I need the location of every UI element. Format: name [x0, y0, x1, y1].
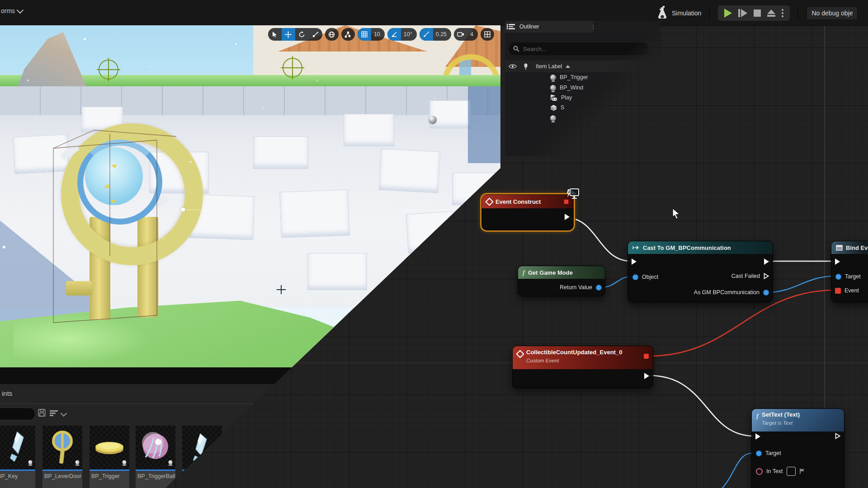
target-point-gizmo[interactable]	[99, 60, 118, 80]
asset-tile-bp-triggerball[interactable]: BP_TriggerBall	[136, 426, 175, 488]
asset-thumbnail	[136, 426, 175, 469]
asset-tile-bp-leverdoor[interactable]: BP_LeverDoor	[42, 426, 82, 488]
asset-label: BP_Trigger	[90, 471, 129, 488]
outliner-row-player-start[interactable]: Play	[550, 93, 572, 103]
tab-bar-filler	[594, 21, 661, 33]
outliner-row-bp-trigger[interactable]: BP_Trigger	[550, 72, 588, 82]
target-point-gizmo[interactable]	[283, 58, 302, 78]
node-cast-header: Cast To GM_BPCommunication	[628, 241, 773, 254]
stop-button[interactable]	[754, 9, 761, 17]
world-coordinate-button[interactable]	[325, 28, 339, 41]
event-pin[interactable]: Event	[835, 287, 859, 294]
play-options-kebab-icon[interactable]	[782, 9, 783, 17]
exec-out-pin[interactable]	[835, 433, 840, 439]
event-icon	[516, 350, 524, 358]
menu-platforms[interactable]: orms	[0, 5, 23, 16]
node-event-construct[interactable]: Event Construct	[481, 194, 574, 230]
viewport-crosshair	[277, 289, 286, 290]
eject-button[interactable]	[767, 9, 775, 17]
asset-tile-bp-key[interactable]: BP_Key	[0, 426, 35, 488]
select-tool-button[interactable]	[268, 28, 282, 41]
node-settext-text[interactable]: f SetText (Text) Target is Text Target I…	[751, 408, 844, 488]
grid-snap-value[interactable]: 10	[371, 31, 385, 38]
save-icon[interactable]	[38, 409, 46, 417]
pin-icon[interactable]	[523, 63, 528, 70]
node-cast-to-gm-bpcommunication[interactable]: Cast To GM_BPCommunication Object Cast F…	[627, 241, 773, 302]
row-label: BP_Wind	[560, 84, 583, 91]
asset-thumbnail	[90, 426, 129, 469]
as-gm-pin[interactable]: As GM BPCommunication	[694, 289, 769, 296]
node-title: Cast To GM_BPCommunication	[643, 244, 731, 251]
play-button[interactable]	[724, 9, 732, 18]
function-icon: f	[523, 269, 525, 276]
wall-shadow	[468, 86, 500, 163]
debug-object-label: No debug obje	[811, 9, 853, 17]
widget-window-icon	[836, 245, 843, 251]
panel-gap	[0, 21, 500, 25]
tab-outliner[interactable]: Outliner ✕	[505, 21, 601, 33]
chevron-down-icon[interactable]	[61, 410, 67, 417]
in-text-input[interactable]	[787, 467, 796, 476]
measure-handle[interactable]	[181, 208, 185, 211]
exec-in-pin[interactable]	[835, 258, 840, 265]
node-collectible-count-updated-event[interactable]: CollectibleCountUpdated_Event_0 Custom E…	[512, 346, 653, 388]
node-settext-header: f SetText (Text) Target is Text	[752, 409, 844, 432]
surface-snapping-button[interactable]	[341, 28, 355, 41]
rotation-snap-value[interactable]: 10°	[401, 31, 417, 38]
eye-icon[interactable]	[509, 64, 517, 69]
outliner-column-header[interactable]: Item Label	[505, 61, 661, 72]
exec-out-pin[interactable]	[565, 214, 570, 220]
search-placeholder: Search...	[523, 46, 547, 52]
grid-snap-button[interactable]	[358, 28, 371, 41]
exec-in-pin[interactable]	[755, 433, 760, 440]
panel-divider-band	[0, 367, 316, 384]
target-pin[interactable]: Target	[756, 450, 781, 456]
asset-tile-bp-trigger[interactable]: BP_Trigger	[90, 426, 129, 488]
selection-wireframe	[41, 120, 190, 333]
asset-thumbnail	[0, 426, 35, 469]
outliner-panel: Outliner ✕ Search... Item Label BP_Trigg…	[505, 21, 661, 156]
toolbar-separator	[798, 6, 798, 20]
outliner-search-input[interactable]: Search...	[509, 42, 649, 55]
debug-object-selector[interactable]: No debug obje	[807, 6, 858, 20]
frame-skip-button[interactable]	[738, 9, 747, 17]
scale-snap-value[interactable]: 0.25	[433, 31, 451, 38]
node-title: CollectibleCountUpdated_Event_0	[526, 348, 622, 357]
exec-out-pin[interactable]	[764, 258, 769, 265]
outliner-row-partial[interactable]	[550, 113, 556, 123]
node-subtitle: Target is Text	[762, 419, 800, 427]
scale-tool-button[interactable]	[309, 28, 322, 41]
outliner-row-static-mesh[interactable]: S	[550, 103, 564, 113]
target-pin[interactable]: Target	[835, 273, 861, 280]
static-mesh-icon	[550, 104, 557, 111]
node-title: Bind Ev	[846, 244, 868, 251]
node-collectible-header: CollectibleCountUpdated_Event_0 Custom E…	[513, 346, 653, 369]
cast-icon	[632, 245, 640, 250]
scale-snap-button[interactable]	[420, 28, 433, 41]
chevron-down-icon	[17, 6, 24, 14]
simulation-label[interactable]: Simulation	[672, 9, 701, 17]
delegate-pin[interactable]	[644, 354, 649, 359]
sort-ascending-icon	[566, 65, 570, 68]
object-pin[interactable]: Object	[632, 274, 658, 280]
rotation-snap-button[interactable]	[387, 28, 401, 41]
return-value-pin[interactable]: Return Value	[560, 284, 602, 291]
cast-failed-pin[interactable]: Cast Failed	[731, 273, 769, 279]
exec-out-pin[interactable]	[644, 373, 649, 379]
node-get-game-mode[interactable]: f Get Game Mode Return Value	[518, 266, 605, 296]
viewport-toolbar: 10 10° 0.25 4	[268, 28, 494, 41]
camera-speed-button[interactable]	[454, 28, 467, 41]
node-bind-event[interactable]: Bind Ev Target Event	[831, 241, 868, 302]
camera-speed-value[interactable]: 4	[467, 31, 478, 38]
localization-flag-icon[interactable]	[799, 468, 806, 474]
node-ggm-header: f Get Game Mode	[518, 266, 605, 279]
asset-search-input[interactable]	[0, 408, 35, 420]
outliner-row-bp-wind[interactable]: BP_Wind	[550, 83, 583, 93]
viewport-layout-button[interactable]	[481, 28, 494, 41]
in-text-pin[interactable]: In Text	[756, 467, 806, 476]
exec-in-pin[interactable]	[632, 258, 637, 265]
move-tool-button[interactable]	[282, 28, 295, 41]
tab-label: Outliner	[519, 23, 539, 30]
rotate-tool-button[interactable]	[295, 28, 309, 41]
filter-icon[interactable]	[50, 410, 58, 417]
